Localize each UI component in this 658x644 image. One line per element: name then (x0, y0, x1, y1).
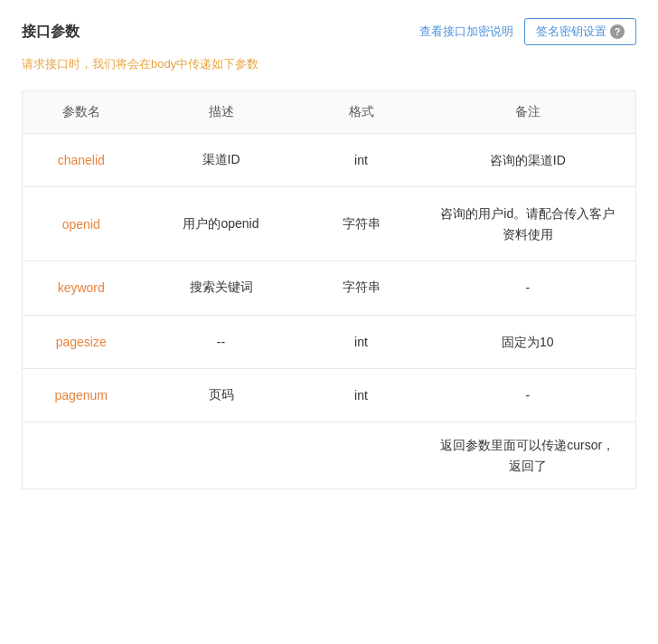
param-format: int (303, 315, 420, 368)
table-row: pagesize--int固定为10 (23, 315, 636, 368)
param-note: - (420, 368, 636, 421)
params-table: 参数名 描述 格式 备注 chanelid渠道IDint咨询的渠道IDopeni… (22, 90, 636, 489)
param-desc: 搜索关键词 (140, 261, 303, 315)
param-desc: 页码 (140, 368, 303, 421)
param-desc: 用户的openid (140, 187, 303, 261)
table-body: chanelid渠道IDint咨询的渠道IDopenid用户的openid字符串… (23, 134, 636, 489)
param-format: 字符串 (303, 261, 420, 315)
param-note: 咨询的用户id。请配合传入客户资料使用 (420, 187, 636, 261)
param-name: keyword (23, 261, 140, 315)
help-icon[interactable]: ? (610, 24, 625, 39)
table-row: keyword搜索关键词字符串- (23, 261, 636, 315)
param-desc: -- (140, 315, 303, 368)
encryption-link[interactable]: 查看接口加密说明 (419, 24, 513, 40)
col-header-note: 备注 (420, 91, 636, 134)
page-header: 接口参数 查看接口加密说明 签名密钥设置 ? (22, 18, 636, 45)
empty-cell (23, 422, 420, 489)
param-name: chanelid (23, 134, 140, 187)
param-name: openid (23, 187, 140, 261)
param-name: pagenum (23, 368, 140, 421)
table-row: chanelid渠道IDint咨询的渠道ID (23, 134, 636, 187)
subtitle-text: 请求接口时，我们将会在body中传递如下参数 (22, 56, 636, 72)
param-name: pagesize (23, 315, 140, 368)
page-title: 接口参数 (22, 23, 80, 42)
col-header-desc: 描述 (140, 91, 303, 134)
col-header-name: 参数名 (23, 91, 140, 134)
param-format: int (303, 134, 420, 187)
param-format: int (303, 368, 420, 421)
table-row: pagenum页码int- (23, 368, 636, 421)
extra-note-text: 返回参数里面可以传递cursor，返回了 (420, 422, 636, 489)
col-header-format: 格式 (303, 91, 420, 134)
param-note: 固定为10 (420, 315, 636, 368)
extra-note-row: 返回参数里面可以传递cursor，返回了 (23, 422, 636, 489)
param-format: 字符串 (303, 187, 420, 261)
param-note: 咨询的渠道ID (420, 134, 636, 187)
header-actions: 查看接口加密说明 签名密钥设置 ? (419, 18, 636, 45)
sign-key-button[interactable]: 签名密钥设置 ? (524, 18, 636, 45)
param-desc: 渠道ID (140, 134, 303, 187)
table-header: 参数名 描述 格式 备注 (23, 91, 636, 134)
table-row: openid用户的openid字符串咨询的用户id。请配合传入客户资料使用 (23, 187, 636, 261)
param-note: - (420, 261, 636, 315)
